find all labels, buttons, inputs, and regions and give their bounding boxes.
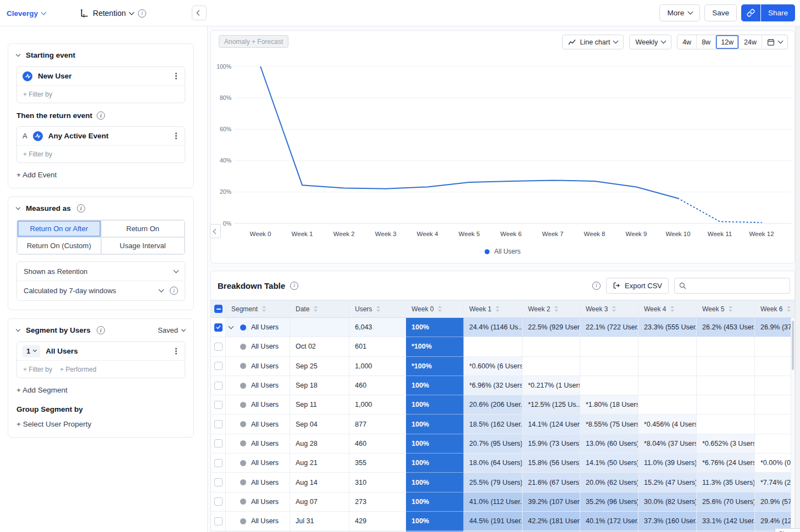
week-1-cell: 41.0% (112 User... — [464, 492, 523, 512]
range-button-24w[interactable]: 24w — [738, 35, 762, 49]
svg-text:Week 9: Week 9 — [626, 231, 647, 237]
column-header-week-2[interactable]: Week 2 — [523, 300, 580, 318]
search-input[interactable] — [690, 282, 785, 289]
table-row[interactable]: All UsersJul 31429100%44.5% (191 User...… — [211, 512, 795, 531]
row-checkbox[interactable] — [214, 517, 223, 525]
select-user-property-link[interactable]: + Select User Property — [16, 420, 185, 428]
copy-link-button[interactable] — [741, 4, 760, 21]
segment-by-users-header[interactable]: Segment by Usersi Saved — [16, 326, 185, 334]
share-button[interactable]: Share — [761, 4, 795, 21]
filter-by-link[interactable]: + Filter by — [17, 86, 185, 103]
row-checkbox[interactable] — [214, 459, 223, 467]
workspace-switcher[interactable]: Clevergy — [7, 9, 46, 18]
kebab-menu-icon[interactable] — [175, 75, 177, 77]
week-1-cell: *0.600% (6 Users) — [464, 357, 523, 376]
info-icon[interactable]: i — [97, 111, 105, 120]
export-csv-button[interactable]: Export CSV — [606, 278, 669, 294]
row-checkbox[interactable] — [214, 343, 223, 351]
column-header-segment[interactable]: Segment — [226, 300, 290, 318]
range-button-4w[interactable]: 4w — [677, 35, 696, 49]
table-row[interactable]: All Users6,043100%24.4% (1146 Us...22.5%… — [211, 318, 795, 337]
interval-dropdown[interactable]: Weekly — [629, 35, 671, 49]
table-row[interactable]: All UsersSep 111,000100%20.6% (206 User.… — [211, 395, 795, 415]
row-checkbox[interactable] — [214, 439, 223, 447]
table-row[interactable]: All UsersAug 07273100%41.0% (112 User...… — [211, 492, 795, 512]
info-icon[interactable]: i — [290, 282, 298, 290]
chart-panel-collapse-handle[interactable] — [210, 224, 221, 238]
filter-by-link[interactable]: + Filter by — [23, 366, 52, 373]
table-scrollbar[interactable] — [791, 318, 795, 531]
column-header-date[interactable]: Date — [290, 300, 349, 318]
segment-row[interactable]: 1 All Users — [17, 342, 185, 361]
row-checkbox[interactable] — [214, 362, 223, 370]
option-usage-interval[interactable]: Usage Interval — [101, 237, 185, 254]
date-range-picker[interactable] — [762, 35, 787, 49]
row-checkbox[interactable] — [214, 497, 223, 506]
window-scrollbar[interactable] — [795, 26, 800, 532]
date-cell: Aug 28 — [290, 434, 349, 453]
kebab-menu-icon[interactable] — [175, 350, 177, 352]
info-icon[interactable]: i — [170, 287, 178, 295]
row-checkbox[interactable] — [214, 323, 223, 332]
chart-type-dropdown[interactable]: Line chart — [562, 35, 624, 49]
chevron-down-icon — [33, 348, 37, 352]
option-return-on-custom[interactable]: Return On (Custom) — [17, 237, 101, 254]
expand-chevron-icon[interactable] — [229, 327, 240, 328]
svg-text:Week 6: Week 6 — [501, 231, 522, 237]
info-icon[interactable]: i — [77, 204, 85, 212]
row-checkbox[interactable] — [214, 478, 223, 486]
segment-cell: All Users — [251, 401, 279, 408]
chart-legend[interactable]: All Users — [211, 248, 795, 255]
info-icon[interactable]: i — [97, 326, 105, 334]
performed-link[interactable]: + Performed — [60, 366, 96, 373]
info-icon[interactable]: i — [138, 9, 146, 18]
range-button-8w[interactable]: 8w — [696, 35, 715, 49]
option-return-on[interactable]: Return On — [101, 220, 185, 237]
column-header-week-1[interactable]: Week 1 — [464, 300, 523, 318]
range-button-12w[interactable]: 12w — [715, 35, 738, 49]
kebab-menu-icon[interactable] — [175, 135, 177, 137]
save-button[interactable]: Save — [704, 4, 737, 21]
report-title[interactable]: Retention — [80, 9, 134, 18]
filter-by-link[interactable]: + Filter by — [17, 145, 185, 163]
select-all-checkbox[interactable] — [214, 305, 223, 313]
more-button[interactable]: More — [659, 4, 700, 21]
workspace-name: Clevergy — [7, 9, 38, 18]
column-header-week-0[interactable]: Week 0 — [406, 300, 464, 318]
table-row[interactable]: All UsersSep 04877100%18.5% (162 User...… — [211, 415, 795, 434]
add-event-link[interactable]: + Add Event — [16, 171, 185, 179]
retention-chart-panel: Anomaly + Forecast Line chart Weekly 4w8… — [210, 30, 795, 264]
starting-event-section-header[interactable]: Starting event — [16, 51, 185, 59]
table-row[interactable]: All UsersSep 18460100%*6.96% (32 Users)*… — [211, 376, 795, 395]
option-return-on-or-after[interactable]: Return On or After — [17, 220, 101, 237]
week-1-cell: 24.4% (1146 Us... — [464, 318, 523, 337]
table-row[interactable]: All UsersOct 02601*100% — [211, 337, 795, 356]
measured-as-header[interactable]: Measured asi — [16, 204, 185, 212]
segment-index-chip[interactable]: 1 — [23, 345, 40, 357]
table-row[interactable]: All UsersAug 14310100%25.5% (79 Users)21… — [211, 473, 795, 492]
shown-as-dropdown[interactable]: Shown as Retention — [17, 262, 185, 281]
section-title: Starting event — [26, 51, 75, 59]
saved-dropdown[interactable]: Saved — [158, 326, 185, 334]
link-icon — [747, 9, 755, 17]
anomaly-forecast-button[interactable]: Anomaly + Forecast — [219, 35, 288, 48]
table-search[interactable] — [674, 278, 790, 294]
column-header-week-6[interactable]: Week 6 — [755, 300, 795, 318]
row-checkbox[interactable] — [214, 382, 223, 390]
column-header-week-3[interactable]: Week 3 — [580, 300, 638, 318]
row-checkbox[interactable] — [214, 401, 223, 409]
calculated-by-dropdown[interactable]: Calculated by 7-day windowsi — [17, 281, 185, 300]
return-event-row[interactable]: A Any Active Event — [17, 127, 185, 145]
add-segment-link[interactable]: + Add Segment — [16, 386, 185, 394]
info-icon[interactable]: i — [592, 282, 601, 290]
table-row[interactable]: All UsersAug 21355100%18.0% (64 Users)15… — [211, 453, 795, 473]
row-checkbox[interactable] — [214, 420, 223, 428]
column-header-week-5[interactable]: Week 5 — [697, 300, 755, 318]
scrollbar-thumb[interactable] — [792, 321, 794, 370]
sidebar-collapse-button[interactable] — [192, 5, 207, 20]
column-header-week-4[interactable]: Week 4 — [638, 300, 697, 318]
column-header-users[interactable]: Users — [349, 300, 406, 318]
table-row[interactable]: All UsersSep 251,000*100%*0.600% (6 User… — [211, 357, 795, 376]
starting-event-row[interactable]: New User — [17, 67, 185, 86]
table-row[interactable]: All UsersAug 28460100%20.7% (95 Users)15… — [211, 434, 795, 453]
